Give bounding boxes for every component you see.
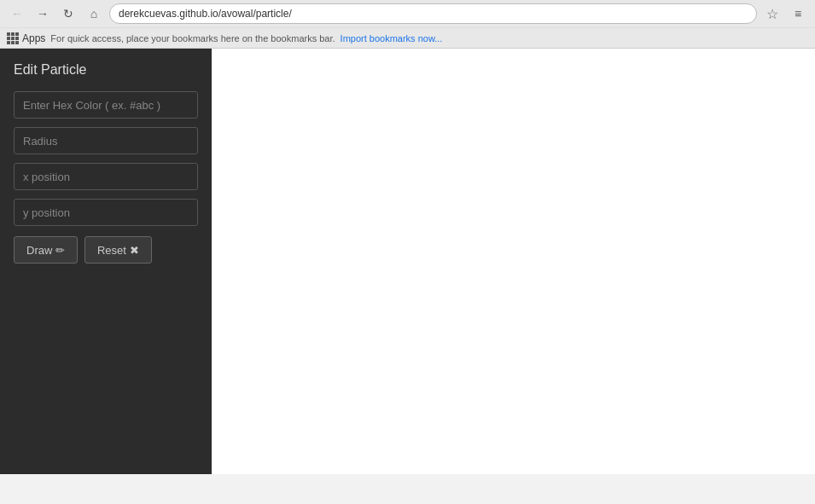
home-button[interactable]: ⌂ (84, 3, 104, 24)
draw-button[interactable]: Draw ✏ (14, 236, 78, 264)
browser-chrome: ← → ↻ ⌂ derekcuevas.github.io/avowal/par… (0, 0, 815, 49)
radius-input[interactable] (14, 127, 198, 154)
bookmarks-hint-text: For quick access, place your bookmarks h… (50, 33, 335, 43)
bookmark-star-button[interactable]: ☆ (762, 3, 783, 24)
panel-title: Edit Particle (14, 62, 198, 78)
forward-button[interactable]: → (32, 3, 53, 24)
hex-color-input[interactable] (14, 91, 198, 119)
import-bookmarks-link[interactable]: Import bookmarks now... (341, 33, 443, 43)
apps-grid-icon (7, 32, 19, 44)
apps-label: Apps (22, 32, 45, 44)
menu-button[interactable]: ≡ (788, 3, 808, 24)
canvas-area (212, 49, 815, 474)
back-button[interactable]: ← (7, 3, 27, 24)
apps-button[interactable]: Apps (7, 32, 45, 44)
x-position-input[interactable] (14, 163, 198, 190)
edit-panel: Edit Particle Draw ✏ Reset ✖ (0, 49, 212, 474)
address-text: derekcuevas.github.io/avowal/particle/ (119, 8, 748, 20)
action-buttons: Draw ✏ Reset ✖ (14, 236, 198, 264)
reset-button[interactable]: Reset ✖ (84, 236, 152, 264)
nav-bar: ← → ↻ ⌂ derekcuevas.github.io/avowal/par… (0, 0, 815, 27)
bookmarks-bar: Apps For quick access, place your bookma… (0, 27, 815, 48)
reload-button[interactable]: ↻ (58, 3, 79, 24)
page-content: Edit Particle Draw ✏ Reset ✖ (0, 49, 815, 474)
address-bar[interactable]: derekcuevas.github.io/avowal/particle/ (109, 3, 757, 24)
y-position-input[interactable] (14, 199, 198, 226)
